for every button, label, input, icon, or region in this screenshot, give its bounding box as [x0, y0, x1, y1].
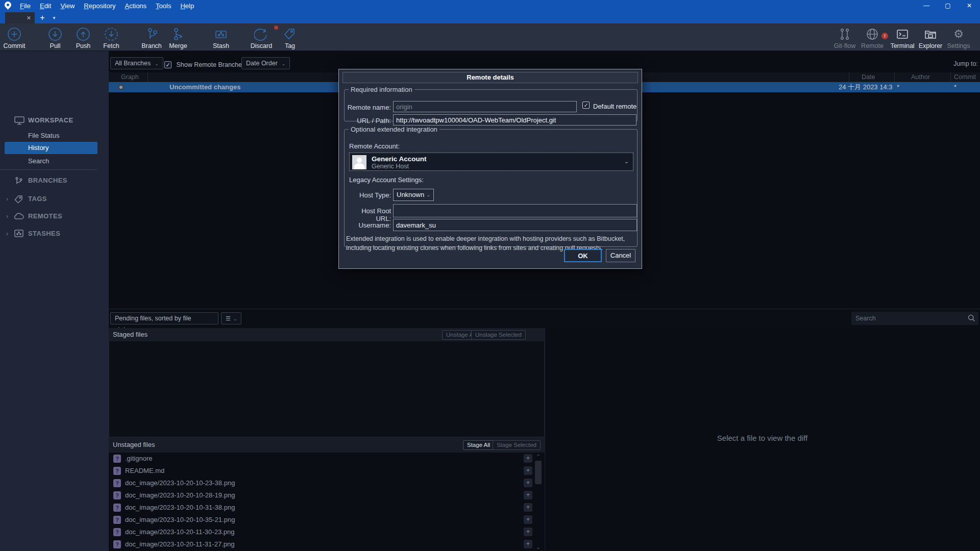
- stash-toolbar-button[interactable]: Stash: [204, 27, 238, 49]
- stage-file-button[interactable]: +: [524, 528, 532, 536]
- sidebar-section-remotes[interactable]: › REMOTES: [0, 210, 109, 222]
- remote-toolbar-button[interactable]: ! Remote: [855, 27, 889, 49]
- sidebar-section-stashes[interactable]: › STASHES: [0, 228, 109, 240]
- stage-file-button[interactable]: +: [524, 540, 532, 548]
- file-row[interactable]: ? doc_image/2023-10-20-10-31-38.png +: [109, 502, 534, 514]
- close-button[interactable]: ✕: [959, 0, 980, 12]
- stash-icon: [204, 27, 238, 42]
- left-sidebar: WORKSPACE File Status History Search BRA…: [0, 51, 109, 551]
- menu-repository[interactable]: Repository: [79, 0, 120, 12]
- checkbox-check-icon: ✓: [164, 61, 172, 68]
- view-options-dropdown[interactable]: ☰⌄: [221, 312, 241, 324]
- stage-file-button[interactable]: +: [524, 454, 532, 463]
- settings-toolbar-button[interactable]: ⚙ Settings: [942, 27, 975, 49]
- file-row[interactable]: ? doc_image/2023-10-20-11-30-23.png +: [109, 526, 534, 538]
- pending-files-dropdown[interactable]: Pending files, sorted by file status⌄: [110, 312, 218, 324]
- commit-date: 24 十月 2023 14:33: [839, 82, 892, 92]
- stage-file-button[interactable]: +: [524, 491, 532, 499]
- file-name: doc_image/2023-10-20-10-28-19.png: [125, 489, 235, 502]
- file-row[interactable]: ? doc_image/2023-10-20-10-23-38.png +: [109, 477, 534, 489]
- menu-view[interactable]: View: [56, 0, 79, 12]
- required-information-fieldset: Required information Remote name: ✓ Defa…: [344, 86, 638, 121]
- search-input[interactable]: [855, 312, 963, 325]
- file-row[interactable]: ? README.md +: [109, 465, 534, 477]
- sidebar-item-history[interactable]: History: [0, 142, 109, 154]
- untracked-status-icon: ?: [113, 455, 121, 463]
- default-remote-checkbox[interactable]: ✓: [582, 102, 590, 109]
- stage-file-button[interactable]: +: [524, 503, 532, 512]
- diff-search: [851, 312, 978, 325]
- host-type-label: Host Type:: [345, 191, 391, 199]
- titlebar: File Edit View Repository Actions Tools …: [0, 0, 980, 12]
- ok-button[interactable]: OK: [564, 249, 602, 262]
- menu-tools[interactable]: Tools: [151, 0, 176, 12]
- commit-panel-toolbar: Pending files, sorted by file status⌄ ☰⌄: [109, 309, 980, 328]
- commit-toolbar-button[interactable]: Commit: [0, 27, 31, 49]
- stage-all-button[interactable]: Stage All: [463, 440, 494, 450]
- merge-toolbar-button[interactable]: Merge: [161, 27, 195, 49]
- unstaged-files-header: Unstaged files Stage All Stage Selected: [109, 437, 545, 453]
- merge-icon: [161, 27, 195, 42]
- tab-close-icon[interactable]: ✕: [27, 15, 31, 21]
- column-commit[interactable]: Commit: [954, 72, 976, 82]
- stage-file-button[interactable]: +: [524, 479, 532, 487]
- file-name: doc_image/2023-10-20-11-30-23.png: [125, 526, 234, 538]
- branch-filter-dropdown[interactable]: All Branches⌄: [110, 57, 163, 69]
- scrollbar-thumb[interactable]: [535, 461, 542, 484]
- column-graph[interactable]: Graph: [121, 72, 139, 82]
- chevron-down-icon: ⌄: [155, 61, 159, 66]
- file-row[interactable]: ? doc_image/2023-10-20-10-35-21.png +: [109, 514, 534, 526]
- stashes-expand-caret-icon[interactable]: ›: [6, 228, 8, 240]
- maximize-button[interactable]: ▢: [937, 0, 959, 12]
- chevron-down-icon: ⌄: [624, 158, 629, 165]
- fetch-toolbar-button[interactable]: Fetch: [94, 27, 128, 49]
- default-remote-label: Default remote: [593, 103, 636, 110]
- file-row[interactable]: ? .gitignore +: [109, 453, 534, 465]
- chevron-down-icon: ⌄: [233, 316, 237, 321]
- menu-bar: File Edit View Repository Actions Tools …: [15, 0, 199, 12]
- tags-expand-caret-icon[interactable]: ›: [6, 193, 8, 205]
- new-tab-button[interactable]: +: [37, 12, 48, 23]
- file-row[interactable]: ? doc_image/2023-10-20-10-28-19.png +: [109, 489, 534, 502]
- untracked-status-icon: ?: [113, 528, 121, 536]
- commit-icon: [0, 27, 31, 42]
- menu-actions[interactable]: Actions: [120, 0, 151, 12]
- tag-toolbar-button[interactable]: Tag: [273, 27, 307, 49]
- show-remote-branches-checkbox[interactable]: ✓ Show Remote Branches: [164, 60, 245, 69]
- stage-file-button[interactable]: +: [524, 466, 532, 475]
- menu-file[interactable]: File: [15, 0, 35, 12]
- cancel-button[interactable]: Cancel: [606, 249, 635, 262]
- host-root-url-input[interactable]: [393, 204, 637, 217]
- sidebar-section-tags[interactable]: › TAGS: [0, 193, 109, 205]
- stage-file-button[interactable]: +: [524, 515, 532, 524]
- staged-files-list: [109, 341, 545, 437]
- file-list-scrollbar[interactable]: ⌃ ⌄: [534, 453, 543, 551]
- commit-message: Uncommitted changes: [169, 82, 240, 92]
- menu-help[interactable]: Help: [176, 0, 199, 12]
- sidebar-workspace-header[interactable]: WORKSPACE: [0, 114, 109, 127]
- untracked-status-icon: ?: [113, 540, 121, 548]
- file-row[interactable]: ? doc_image/2023-10-20-11-31-27.png +: [109, 538, 534, 550]
- remotes-expand-caret-icon[interactable]: ›: [6, 210, 8, 222]
- sort-order-dropdown[interactable]: Date Order⌄: [241, 57, 290, 69]
- sidebar-item-file-status[interactable]: File Status: [0, 130, 109, 142]
- untracked-status-icon: ?: [113, 504, 121, 512]
- scroll-down-icon[interactable]: ⌄: [534, 544, 543, 550]
- remote-account-dropdown[interactable]: Generic Account Generic Host ⌄: [349, 153, 633, 171]
- username-input[interactable]: [393, 219, 637, 231]
- column-date[interactable]: Date: [862, 72, 875, 82]
- file-name: doc_image/2023-10-20-11-31-27.png: [125, 538, 234, 550]
- unstage-selected-button[interactable]: Unstage Selected: [471, 330, 526, 340]
- scroll-up-icon[interactable]: ⌃: [534, 454, 543, 459]
- sidebar-item-search[interactable]: Search: [0, 155, 109, 167]
- menu-edit[interactable]: Edit: [35, 0, 56, 12]
- repo-tab[interactable]: ✕: [5, 12, 35, 23]
- url-path-input[interactable]: [393, 114, 636, 126]
- tab-list-caret-icon[interactable]: ▾: [50, 12, 58, 23]
- remote-name-input[interactable]: [393, 101, 577, 112]
- column-author[interactable]: Author: [911, 72, 930, 82]
- host-type-select[interactable]: Unknown ⌄: [393, 189, 434, 201]
- sidebar-section-branches[interactable]: BRANCHES: [0, 174, 109, 187]
- stage-selected-button[interactable]: Stage Selected: [493, 440, 541, 450]
- minimize-button[interactable]: —: [916, 0, 937, 12]
